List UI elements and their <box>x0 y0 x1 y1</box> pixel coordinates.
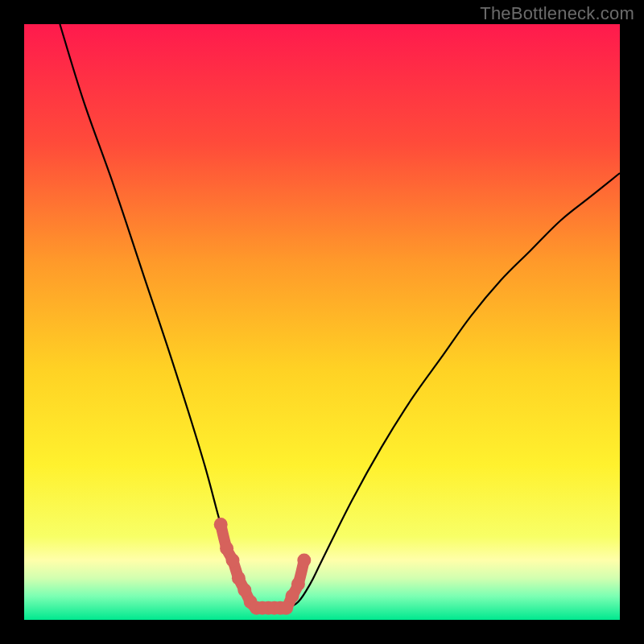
optimal-band-dot <box>220 542 233 555</box>
chart-frame: TheBottleneck.com <box>0 0 644 644</box>
plot-background <box>24 24 620 620</box>
watermark-text: TheBottleneck.com <box>480 3 634 24</box>
optimal-band-dot <box>232 572 246 585</box>
optimal-band-dot <box>214 518 228 531</box>
optimal-band-dot <box>279 601 293 615</box>
optimal-band-dot <box>297 554 311 568</box>
optimal-band-dot <box>286 589 299 603</box>
optimal-band-dot <box>237 584 251 597</box>
optimal-band-dot <box>291 577 305 591</box>
bottleneck-chart <box>0 0 644 644</box>
optimal-band-dot <box>226 554 240 568</box>
